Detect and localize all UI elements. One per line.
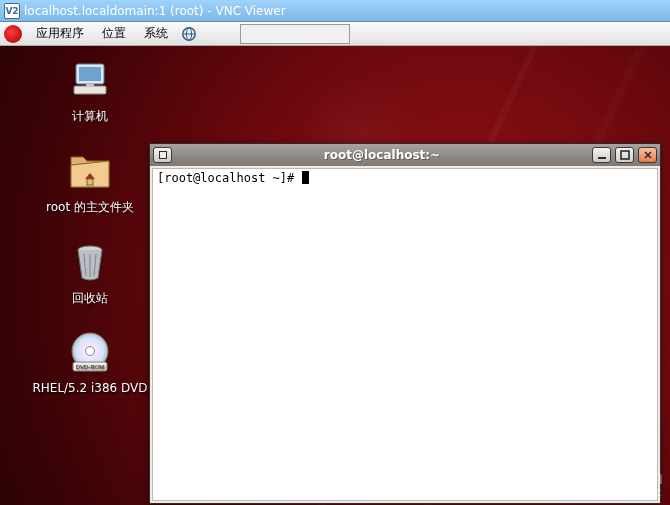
- dvd-disc-text: DVD-ROM: [76, 364, 105, 370]
- minimize-button[interactable]: [592, 147, 611, 163]
- desktop-icon-label: root 的主文件夹: [46, 199, 134, 216]
- desktop-icon-dvd[interactable]: DVD-ROM RHEL/5.2 i386 DVD: [30, 329, 150, 395]
- terminal-window[interactable]: root@localhost:~ [root@localhost ~]#: [149, 143, 661, 504]
- terminal-cursor: [302, 171, 309, 184]
- vnc-titlebar: V2 localhost.localdomain:1 (root) - VNC …: [0, 0, 670, 22]
- svg-rect-6: [86, 84, 94, 87]
- svg-rect-18: [621, 151, 629, 159]
- maximize-button[interactable]: [615, 147, 634, 163]
- terminal-body[interactable]: [root@localhost ~]#: [152, 168, 658, 501]
- desktop-icon-label: RHEL/5.2 i386 DVD: [32, 381, 147, 395]
- svg-rect-7: [87, 179, 93, 185]
- desktop-icon-home[interactable]: root 的主文件夹: [30, 147, 150, 216]
- menu-places[interactable]: 位置: [94, 23, 134, 44]
- menu-applications[interactable]: 应用程序: [28, 23, 92, 44]
- home-folder-icon: [66, 147, 114, 195]
- vnc-window-title: localhost.localdomain:1 (root) - VNC Vie…: [24, 4, 286, 18]
- computer-icon: [66, 56, 114, 104]
- menu-system[interactable]: 系统: [136, 23, 176, 44]
- svg-point-13: [86, 347, 95, 356]
- redhat-logo-icon[interactable]: [4, 25, 22, 43]
- close-button[interactable]: [638, 147, 657, 163]
- desktop-icon-label: 回收站: [72, 290, 108, 307]
- terminal-title: root@localhost:~: [176, 148, 588, 162]
- svg-rect-17: [598, 157, 606, 159]
- desktop-area[interactable]: 计算机 root 的主文件夹: [0, 46, 670, 505]
- svg-rect-16: [160, 152, 166, 158]
- trash-icon: [66, 238, 114, 286]
- desktop-icons-column: 计算机 root 的主文件夹: [30, 56, 150, 395]
- desktop-icon-trash[interactable]: 回收站: [30, 238, 150, 307]
- vnc-app-icon: V2: [4, 3, 20, 19]
- desktop-icon-computer[interactable]: 计算机: [30, 56, 150, 125]
- svg-rect-4: [79, 67, 101, 81]
- desktop-icon-label: 计算机: [72, 108, 108, 125]
- browser-launcher-icon[interactable]: [180, 25, 198, 43]
- taskbar-entry[interactable]: [240, 24, 350, 44]
- dvd-icon: DVD-ROM: [66, 329, 114, 377]
- terminal-titlebar[interactable]: root@localhost:~: [150, 144, 660, 166]
- window-menu-icon[interactable]: [153, 147, 172, 163]
- gnome-top-panel: 应用程序 位置 系统: [0, 22, 670, 46]
- terminal-prompt: [root@localhost ~]#: [157, 171, 302, 185]
- svg-rect-5: [74, 86, 106, 94]
